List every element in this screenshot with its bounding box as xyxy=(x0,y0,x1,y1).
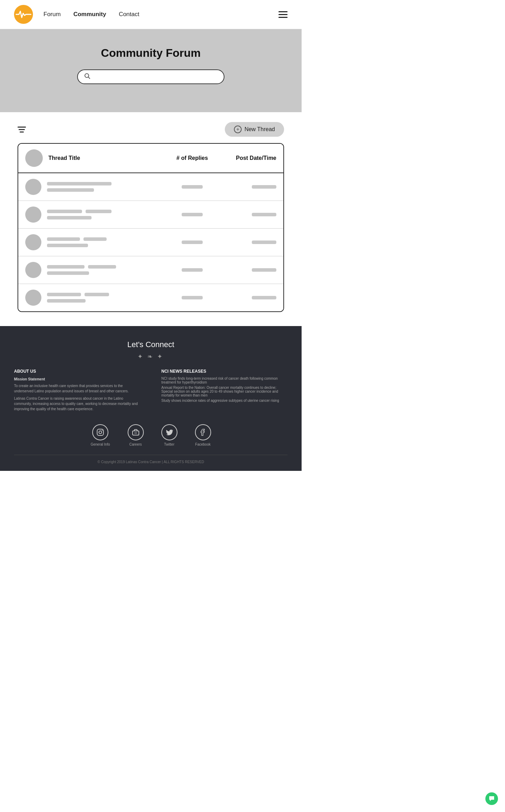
nav-community[interactable]: Community xyxy=(73,11,106,18)
thread-table-section: Thread Title # of Replies Post Date/Time xyxy=(0,143,302,326)
hamburger-menu[interactable] xyxy=(278,11,288,18)
skeleton-line xyxy=(47,293,81,296)
skeleton-date xyxy=(252,268,276,272)
skeleton-title-line2 xyxy=(47,188,94,192)
filter-icon[interactable] xyxy=(18,127,26,133)
footer-icons: General Info Careers Twitter xyxy=(14,424,288,446)
row-content xyxy=(47,182,164,192)
facebook-label: Facebook xyxy=(195,442,211,446)
instagram-icon xyxy=(92,424,108,440)
table-row[interactable] xyxy=(18,173,283,201)
svg-line-2 xyxy=(88,77,90,79)
row-date xyxy=(220,268,276,272)
footer-connect-title: Let's Connect xyxy=(14,340,288,349)
skeleton-line xyxy=(85,293,109,296)
twitter-label: Twitter xyxy=(164,442,174,446)
skeleton-line xyxy=(88,265,116,269)
nav-links: Forum Community Contact xyxy=(43,11,278,18)
svg-point-5 xyxy=(102,430,102,431)
row-content xyxy=(47,237,164,247)
avatar xyxy=(25,234,41,250)
skeleton-date xyxy=(252,296,276,299)
header-avatar xyxy=(25,149,43,167)
footer-icon-facebook[interactable]: Facebook xyxy=(195,424,211,446)
footer-about: ABOUT US Mission Statement To create an … xyxy=(14,369,140,414)
skeleton-replies xyxy=(182,268,203,272)
footer: Let's Connect ✦ ❧ ✦ ABOUT US Mission Sta… xyxy=(0,326,302,471)
nci-heading: NCI NEWS RELEASES xyxy=(161,369,288,374)
row-replies xyxy=(164,185,220,189)
twitter-icon xyxy=(161,424,177,440)
skeleton-date xyxy=(252,241,276,244)
table-row[interactable] xyxy=(18,201,283,229)
hero-section: Community Forum xyxy=(0,29,302,112)
avatar xyxy=(25,179,41,195)
col-thread-title: Thread Title xyxy=(48,155,164,161)
footer-icon-instagram[interactable]: General Info xyxy=(90,424,110,446)
skeleton-title-line1 xyxy=(47,182,112,185)
footer-divider: ✦ ❧ ✦ xyxy=(14,353,288,360)
row-content xyxy=(47,265,164,275)
table-header: Thread Title # of Replies Post Date/Time xyxy=(18,144,283,173)
col-date: Post Date/Time xyxy=(220,155,276,161)
skeleton-line xyxy=(47,237,80,241)
footer-columns: ABOUT US Mission Statement To create an … xyxy=(14,369,288,414)
table-row[interactable] xyxy=(18,256,283,284)
new-thread-button[interactable]: + New Thread xyxy=(225,122,284,137)
skeleton-replies xyxy=(182,241,203,244)
skeleton-line xyxy=(47,271,89,275)
copyright-text: © Copyright 2019 Latinas Contra Cancer |… xyxy=(14,460,288,464)
footer-bottom: © Copyright 2019 Latinas Contra Cancer |… xyxy=(14,455,288,464)
about-heading: ABOUT US xyxy=(14,369,140,374)
nci-link-1[interactable]: NCI study finds long-term increased risk… xyxy=(161,377,288,384)
nci-link-2[interactable]: Annual Report to the Nation: Overall can… xyxy=(161,386,288,397)
plus-circle-icon: + xyxy=(234,126,242,133)
avatar xyxy=(25,262,41,278)
navbar: Forum Community Contact xyxy=(0,0,302,29)
search-icon xyxy=(84,73,90,81)
skeleton-line xyxy=(47,299,86,303)
about-mission-heading: Mission Statement xyxy=(14,377,140,382)
row-date xyxy=(220,213,276,216)
skeleton-replies xyxy=(182,296,203,299)
skeleton-line xyxy=(47,244,88,247)
toolbar: + New Thread xyxy=(0,112,302,143)
footer-icon-twitter[interactable]: Twitter xyxy=(161,424,177,446)
new-thread-label: New Thread xyxy=(244,126,275,133)
about-mission-text: To create an inclusive health care syste… xyxy=(14,383,140,394)
row-date xyxy=(220,241,276,244)
svg-point-4 xyxy=(99,431,102,434)
row-replies xyxy=(164,213,220,216)
footer-connect: Let's Connect xyxy=(14,340,288,349)
row-replies xyxy=(164,296,220,299)
nci-link-3[interactable]: Study shows incidence rates of aggressiv… xyxy=(161,399,288,402)
row-content xyxy=(47,210,164,219)
instagram-label: General Info xyxy=(90,442,110,446)
skeleton-line xyxy=(47,216,92,219)
table-row[interactable] xyxy=(18,284,283,311)
row-replies xyxy=(164,268,220,272)
search-bar[interactable] xyxy=(77,69,224,84)
skeleton-line xyxy=(47,210,82,213)
logo-icon[interactable] xyxy=(14,5,33,24)
footer-icon-careers[interactable]: Careers xyxy=(128,424,144,446)
row-content xyxy=(47,293,164,303)
skeleton-line xyxy=(83,237,107,241)
search-input[interactable] xyxy=(93,74,217,80)
careers-label: Careers xyxy=(129,442,142,446)
thread-table: Thread Title # of Replies Post Date/Time xyxy=(18,143,284,312)
page-title: Community Forum xyxy=(7,47,295,60)
skeleton-replies xyxy=(182,185,203,189)
about-body: Latinas Contra Cancer is raising awarene… xyxy=(14,396,140,412)
nav-contact[interactable]: Contact xyxy=(119,11,140,18)
facebook-icon xyxy=(195,424,211,440)
skeleton-date xyxy=(252,213,276,216)
row-replies xyxy=(164,241,220,244)
nav-forum[interactable]: Forum xyxy=(43,11,61,18)
footer-nci: NCI NEWS RELEASES NCI study finds long-t… xyxy=(161,369,288,414)
skeleton-replies xyxy=(182,213,203,216)
avatar xyxy=(25,290,41,306)
table-row[interactable] xyxy=(18,229,283,256)
row-date xyxy=(220,185,276,189)
col-replies: # of Replies xyxy=(164,155,220,161)
